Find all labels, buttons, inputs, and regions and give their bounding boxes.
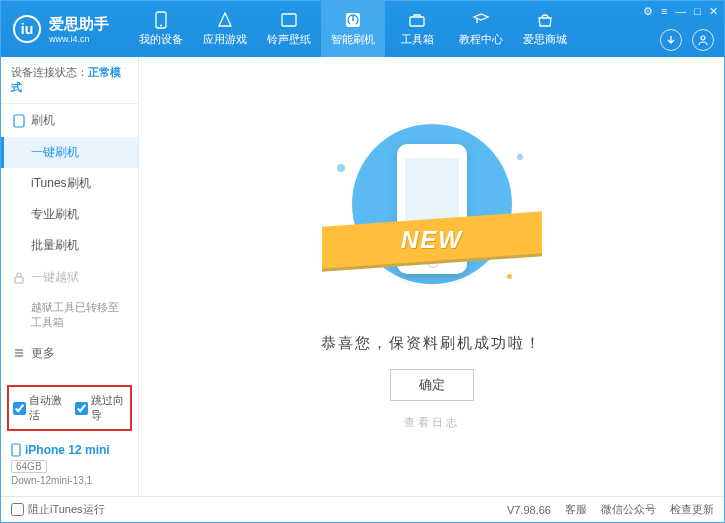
group-label: 一键越狱	[31, 269, 79, 286]
brand-site: www.i4.cn	[49, 34, 109, 44]
sidebar-group-more[interactable]: 更多	[1, 337, 138, 370]
toolbox-icon	[408, 11, 426, 29]
device-icon	[152, 11, 170, 29]
connection-label: 设备连接状态：	[11, 66, 88, 78]
minimize-icon[interactable]: —	[675, 5, 686, 18]
nav-ringtones[interactable]: 铃声壁纸	[257, 1, 321, 57]
checkbox-input[interactable]	[75, 402, 88, 415]
jailbreak-note: 越狱工具已转移至工具箱	[1, 294, 138, 337]
connection-status: 设备连接状态：正常模式	[1, 57, 138, 104]
title-bar: iu 爱思助手 www.i4.cn 我的设备 应用游戏 铃声壁纸 智能刷机	[1, 1, 724, 57]
version-label: V7.98.66	[507, 504, 551, 516]
svg-rect-4	[410, 17, 424, 26]
sidebar-item-oneclick-flash[interactable]: 一键刷机	[1, 137, 138, 168]
status-bar: 阻止iTunes运行 V7.98.66 客服 微信公众号 检查更新	[1, 496, 724, 522]
check-update-link[interactable]: 检查更新	[670, 502, 714, 517]
block-itunes-checkbox[interactable]: 阻止iTunes运行	[11, 502, 105, 517]
status-right: V7.98.66 客服 微信公众号 检查更新	[507, 502, 714, 517]
sidebar-item-pro-flash[interactable]: 专业刷机	[1, 199, 138, 230]
options-highlight-box: 自动激活 跳过向导	[7, 385, 132, 431]
ok-button[interactable]: 确定	[390, 369, 474, 401]
sidebar-group-flash[interactable]: 刷机	[1, 104, 138, 137]
brand-text: 爱思助手 www.i4.cn	[49, 15, 109, 44]
nav-my-device[interactable]: 我的设备	[129, 1, 193, 57]
skin-icon[interactable]: ≡	[661, 5, 667, 18]
nav-apps[interactable]: 应用游戏	[193, 1, 257, 57]
maximize-icon[interactable]: □	[694, 5, 701, 18]
flash-icon	[344, 11, 362, 29]
device-capacity: 64GB	[11, 460, 47, 473]
svg-rect-2	[282, 14, 296, 26]
nav-label: 智能刷机	[331, 32, 375, 47]
nav-label: 爱思商城	[523, 32, 567, 47]
nav-flash[interactable]: 智能刷机	[321, 1, 385, 57]
nav-label: 工具箱	[401, 32, 434, 47]
customer-service-link[interactable]: 客服	[565, 502, 587, 517]
sidebar-group-jailbreak: 一键越狱	[1, 261, 138, 294]
account-button[interactable]	[692, 29, 714, 51]
nav-label: 应用游戏	[203, 32, 247, 47]
checkbox-skip-guide[interactable]: 跳过向导	[75, 393, 127, 423]
top-nav: 我的设备 应用游戏 铃声壁纸 智能刷机 工具箱 教程中心	[129, 1, 577, 57]
lock-icon	[13, 272, 25, 284]
svg-rect-6	[14, 115, 24, 127]
brand-name: 爱思助手	[49, 15, 109, 32]
close-icon[interactable]: ✕	[709, 5, 718, 18]
checkbox-input[interactable]	[11, 503, 24, 516]
group-label: 更多	[31, 345, 55, 362]
more-icon	[13, 347, 25, 359]
checkbox-label: 自动激活	[29, 393, 65, 423]
wallpaper-icon	[280, 11, 298, 29]
main-content: NEW 恭喜您，保资料刷机成功啦！ 确定 查看日志	[139, 57, 724, 496]
app-window: iu 爱思助手 www.i4.cn 我的设备 应用游戏 铃声壁纸 智能刷机	[0, 0, 725, 523]
window-controls: ⚙ ≡ — □ ✕	[643, 5, 718, 18]
svg-point-5	[701, 36, 705, 40]
tutorial-icon	[472, 11, 490, 29]
nav-tutorials[interactable]: 教程中心	[449, 1, 513, 57]
success-message: 恭喜您，保资料刷机成功啦！	[321, 334, 542, 353]
device-name[interactable]: iPhone 12 mini	[11, 443, 128, 457]
checkbox-label: 跳过向导	[91, 393, 127, 423]
wechat-link[interactable]: 微信公众号	[601, 502, 656, 517]
svg-point-1	[160, 25, 162, 27]
device-icon	[11, 443, 21, 457]
sidebar-item-other-tools[interactable]: 其他工具	[1, 370, 138, 379]
success-illustration: NEW	[332, 124, 532, 304]
nav-label: 铃声壁纸	[267, 32, 311, 47]
nav-toolbox[interactable]: 工具箱	[385, 1, 449, 57]
nav-label: 教程中心	[459, 32, 503, 47]
sidebar-item-itunes-flash[interactable]: iTunes刷机	[1, 168, 138, 199]
svg-rect-8	[12, 444, 20, 456]
ribbon-text: NEW	[401, 226, 463, 254]
phone-icon	[13, 114, 25, 128]
sidebar: 设备连接状态：正常模式 刷机 一键刷机 iTunes刷机 专业刷机 批量刷机 一…	[1, 57, 139, 496]
logo-area: iu 爱思助手 www.i4.cn	[1, 15, 121, 44]
store-icon	[536, 11, 554, 29]
download-button[interactable]	[660, 29, 682, 51]
view-log-link[interactable]: 查看日志	[404, 415, 460, 430]
apps-icon	[216, 11, 234, 29]
sidebar-scroll: 刷机 一键刷机 iTunes刷机 专业刷机 批量刷机 一键越狱 越狱工具已转移至…	[1, 104, 138, 379]
logo-icon: iu	[13, 15, 41, 43]
device-info: iPhone 12 mini 64GB Down-12mini-13,1	[1, 437, 138, 496]
svg-rect-7	[15, 277, 23, 283]
right-actions	[660, 29, 714, 51]
nav-label: 我的设备	[139, 32, 183, 47]
checkbox-input[interactable]	[13, 402, 26, 415]
settings-icon[interactable]: ⚙	[643, 5, 653, 18]
checkbox-auto-activate[interactable]: 自动激活	[13, 393, 65, 423]
group-label: 刷机	[31, 112, 55, 129]
checkbox-label: 阻止iTunes运行	[28, 502, 105, 517]
device-firmware: Down-12mini-13,1	[11, 475, 128, 486]
nav-store[interactable]: 爱思商城	[513, 1, 577, 57]
main-body: 设备连接状态：正常模式 刷机 一键刷机 iTunes刷机 专业刷机 批量刷机 一…	[1, 57, 724, 496]
sidebar-item-batch-flash[interactable]: 批量刷机	[1, 230, 138, 261]
